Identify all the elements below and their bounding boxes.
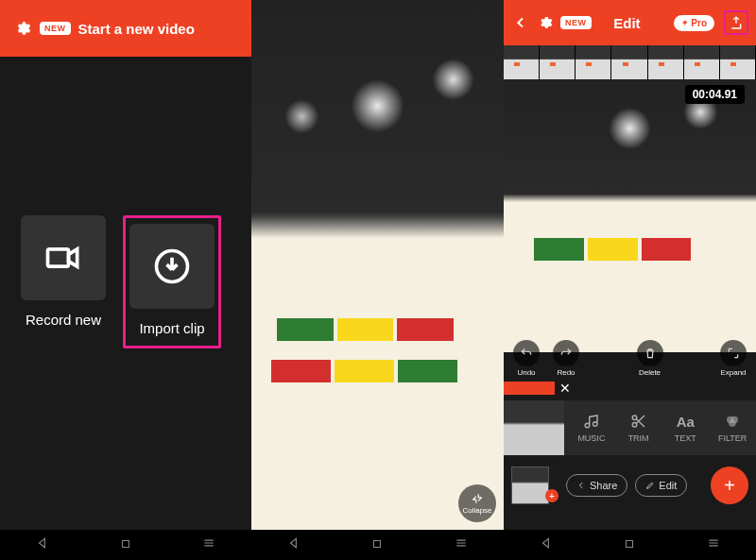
text-tool[interactable]: Aa TEXT [662,400,710,455]
android-navbar [504,530,756,560]
collapse-label: Collapse [462,506,491,515]
timestamp: 00:04.91 [685,85,745,104]
text-label: TEXT [675,433,696,443]
export-button[interactable] [724,10,748,35]
gear-icon[interactable] [536,13,555,32]
svg-point-8 [729,420,736,428]
clip-thumbnail[interactable] [511,467,549,504]
tool-row: MUSIC TRIM Aa TEXT FILTER [504,400,756,455]
video-preview[interactable] [251,0,504,530]
filter-tool[interactable]: FILTER [709,400,756,455]
filter-label: FILTER [718,433,747,443]
camera-icon [21,215,106,300]
edit-controls: Undo Redo Delete Expand [504,340,756,382]
delete-button[interactable]: Delete [637,340,663,382]
edit-header: NEW Edit Pro [504,0,756,45]
record-new-tile[interactable]: Record new [21,215,106,348]
nav-recent-icon[interactable] [707,536,720,553]
start-screen: NEW Start a new video Record new Import … [0,0,251,560]
header-title: Start a new video [78,21,195,37]
import-clip-tile[interactable]: Import clip [123,215,221,348]
svg-point-4 [632,416,637,420]
edit-title: Edit [586,15,669,31]
nav-recent-icon[interactable] [202,536,215,553]
svg-rect-0 [48,249,69,266]
nav-home-icon[interactable] [120,536,131,553]
record-new-label: Record new [26,312,101,328]
share-label: Share [590,480,617,491]
music-label: MUSIC [577,433,605,443]
add-clip-small-icon[interactable]: + [545,489,558,502]
edit-label: Edit [659,480,677,491]
expand-label: Expand [720,368,746,377]
trim-label: TRIM [628,433,649,443]
android-navbar [251,530,504,560]
edit-screen: NEW Edit Pro 00:04.91 Undo Redo [504,0,756,560]
preview-screen: Collapse [251,0,504,560]
gear-icon[interactable] [13,19,32,38]
svg-point-5 [632,423,637,428]
new-badge: NEW [40,22,71,35]
add-fab[interactable]: + [711,467,748,504]
delete-label: Delete [639,368,661,377]
collapse-button[interactable]: Collapse [458,484,496,522]
back-icon[interactable] [511,13,530,32]
nav-back-icon[interactable] [287,536,301,553]
header-bar: NEW Start a new video [0,0,251,57]
undo-button[interactable]: Undo [513,340,540,382]
import-clip-label: Import clip [139,320,204,336]
action-tiles: Record new Import clip [21,215,221,348]
nav-back-icon[interactable] [540,536,553,553]
close-icon[interactable]: ✕ [557,380,574,397]
android-navbar [0,530,251,560]
trim-tool[interactable]: TRIM [615,400,662,455]
clip-preview[interactable] [504,400,564,455]
pro-badge[interactable]: Pro [674,15,714,31]
svg-rect-2 [122,541,129,548]
nav-recent-icon[interactable] [455,536,468,553]
nav-home-icon[interactable] [624,536,635,553]
svg-rect-3 [374,541,381,548]
redo-label: Redo [557,368,575,377]
svg-rect-9 [627,541,633,548]
nav-back-icon[interactable] [36,536,49,553]
undo-label: Undo [517,368,535,377]
download-circle-icon [129,224,215,309]
redo-button[interactable]: Redo [553,340,579,382]
expand-button[interactable]: Expand [720,340,747,382]
music-tool[interactable]: MUSIC [568,400,615,455]
bottom-bar: + Share Edit + [504,459,756,512]
share-button[interactable]: Share [566,474,627,497]
pro-label: Pro [691,18,707,28]
timeline-thumbnails[interactable] [504,45,756,79]
edit-preview[interactable] [504,79,756,352]
nav-home-icon[interactable] [371,536,383,553]
edit-button[interactable]: Edit [635,474,687,497]
timeline-marker[interactable] [504,382,555,395]
